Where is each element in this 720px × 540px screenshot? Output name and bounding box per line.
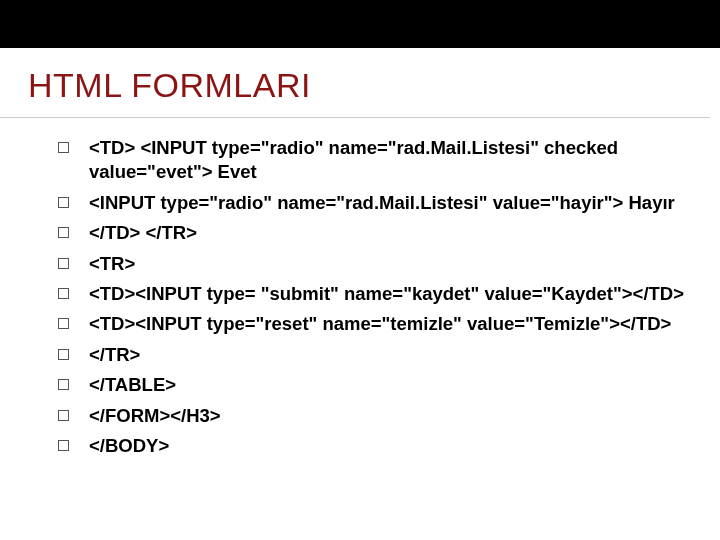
list-item-text: </FORM></H3>: [89, 404, 690, 428]
square-bullet-icon: [58, 197, 69, 208]
square-bullet-icon: [58, 142, 69, 153]
list-item-text: <TD><INPUT type= "submit" name="kaydet" …: [89, 282, 690, 306]
square-bullet-icon: [58, 288, 69, 299]
square-bullet-icon: [58, 349, 69, 360]
list-item-text: </TR>: [89, 343, 690, 367]
list-item: <TD> <INPUT type="radio" name="rad.Mail.…: [58, 136, 690, 185]
list-item: </FORM></H3>: [58, 404, 690, 428]
square-bullet-icon: [58, 379, 69, 390]
list-item: </TR>: [58, 343, 690, 367]
list-item-text: </TD> </TR>: [89, 221, 690, 245]
page-title: HTML FORMLARI: [0, 48, 710, 118]
square-bullet-icon: [58, 410, 69, 421]
list-item: <INPUT type="radio" name="rad.Mail.Liste…: [58, 191, 690, 215]
bullet-list: <TD> <INPUT type="radio" name="rad.Mail.…: [0, 118, 720, 458]
list-item: <TD><INPUT type="reset" name="temizle" v…: [58, 312, 690, 336]
list-item-text: <TD><INPUT type="reset" name="temizle" v…: [89, 312, 690, 336]
top-bar: [0, 0, 720, 48]
square-bullet-icon: [58, 440, 69, 451]
list-item: </BODY>: [58, 434, 690, 458]
list-item: <TD><INPUT type= "submit" name="kaydet" …: [58, 282, 690, 306]
square-bullet-icon: [58, 258, 69, 269]
list-item: </TABLE>: [58, 373, 690, 397]
list-item-text: </TABLE>: [89, 373, 690, 397]
list-item-text: <INPUT type="radio" name="rad.Mail.Liste…: [89, 191, 690, 215]
list-item-text: <TD> <INPUT type="radio" name="rad.Mail.…: [89, 136, 690, 185]
list-item-text: <TR>: [89, 252, 690, 276]
square-bullet-icon: [58, 318, 69, 329]
list-item: </TD> </TR>: [58, 221, 690, 245]
list-item-text: </BODY>: [89, 434, 690, 458]
square-bullet-icon: [58, 227, 69, 238]
list-item: <TR>: [58, 252, 690, 276]
